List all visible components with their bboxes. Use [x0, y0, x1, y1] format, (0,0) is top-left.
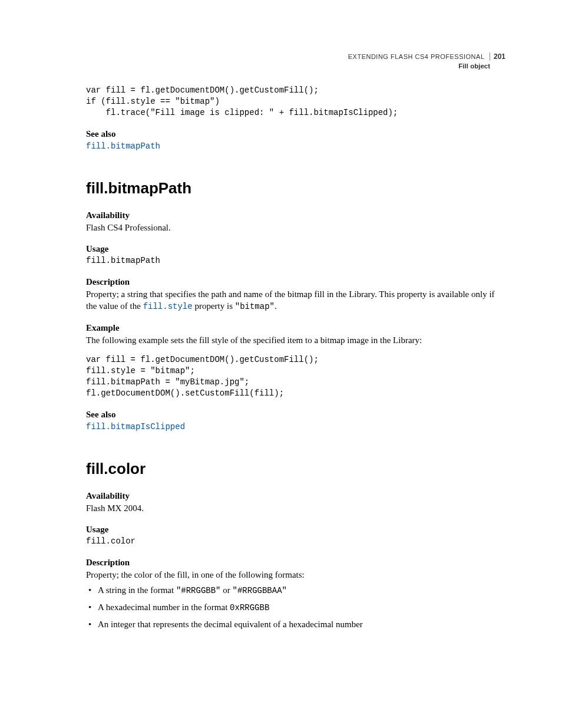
availability-label-2: Availability: [86, 491, 498, 501]
description-label-2: Description: [86, 558, 498, 568]
desc-code: "bitmap": [235, 302, 275, 311]
see-also-label-2: See also: [86, 410, 498, 420]
heading-fill-color: fill.color: [86, 460, 498, 478]
intro-code-block: var fill = fl.getDocumentDOM().getCustom…: [86, 85, 498, 118]
desc-mid: property is: [193, 301, 235, 311]
format-list: A string in the format "#RRGGBB" or "#RR…: [86, 584, 498, 630]
usage-code: fill.bitmapPath: [86, 255, 498, 266]
description-text-2: Property; the color of the fill, in one …: [86, 569, 498, 581]
page-number: 201: [490, 52, 505, 61]
bullet-text: A hexadecimal number in the format: [98, 602, 230, 612]
example-label: Example: [86, 323, 498, 333]
link-fill-style[interactable]: fill.style: [143, 302, 193, 311]
doc-title: EXTENDING FLASH CS4 PROFESSIONAL: [348, 53, 485, 60]
example-text: The following example sets the fill styl…: [86, 334, 498, 346]
usage-label-2: Usage: [86, 525, 498, 535]
doc-subtitle: Fill object: [348, 62, 505, 70]
example-code-block: var fill = fl.getDocumentDOM().getCustom…: [86, 354, 498, 399]
usage-code-2: fill.color: [86, 536, 498, 547]
see-also-label: See also: [86, 129, 498, 139]
content: var fill = fl.getDocumentDOM().getCustom…: [86, 85, 498, 630]
page: EXTENDING FLASH CS4 PROFESSIONAL 201 Fil…: [0, 0, 562, 728]
bullet-code: "#RRGGBBAA": [233, 586, 287, 595]
availability-label: Availability: [86, 210, 498, 220]
bullet-text: A string in the format: [98, 585, 176, 595]
list-item: A string in the format "#RRGGBB" or "#RR…: [86, 584, 498, 597]
link-fill-bitmap-is-clipped[interactable]: fill.bitmapIsClipped: [86, 422, 185, 431]
bullet-code: 0xRRGGBB: [230, 603, 269, 612]
bullet-code: "#RRGGBB": [176, 586, 221, 595]
link-fill-bitmap-path[interactable]: fill.bitmapPath: [86, 141, 160, 151]
bullet-text: or: [221, 585, 233, 595]
list-item: A hexadecimal number in the format 0xRRG…: [86, 601, 498, 614]
usage-label: Usage: [86, 244, 498, 254]
desc-post: .: [275, 301, 277, 311]
page-header: EXTENDING FLASH CS4 PROFESSIONAL 201 Fil…: [348, 51, 505, 70]
availability-text-2: Flash MX 2004.: [86, 502, 498, 514]
description-text: Property; a string that specifies the pa…: [86, 288, 498, 312]
header-top-row: EXTENDING FLASH CS4 PROFESSIONAL 201: [348, 51, 505, 61]
availability-text: Flash CS4 Professional.: [86, 222, 498, 233]
heading-fill-bitmap-path: fill.bitmapPath: [86, 179, 498, 197]
bullet-text: An integer that represents the decimal e…: [98, 620, 363, 629]
description-label: Description: [86, 277, 498, 287]
list-item: An integer that represents the decimal e…: [86, 618, 498, 630]
